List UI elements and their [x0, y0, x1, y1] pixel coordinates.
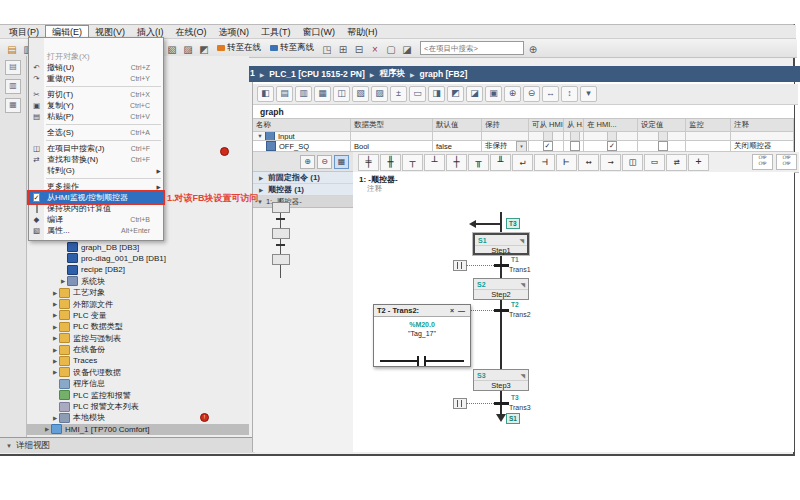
transition-t1[interactable] — [494, 264, 509, 267]
menu-checkbox[interactable] — [36, 204, 38, 213]
editor-toolbar-icon[interactable]: ⊕ — [504, 86, 521, 102]
toolbar-icon[interactable]: ◳ — [319, 42, 335, 58]
editor-toolbar-icon[interactable]: ◩ — [447, 86, 464, 102]
editor-toolbar-icon[interactable]: ↔ — [542, 86, 559, 102]
step-s1[interactable]: S1◥ Step1 — [473, 233, 529, 255]
transition-t2[interactable] — [494, 309, 509, 312]
graph-tool-icon[interactable]: ↔ — [578, 154, 599, 171]
tree-item-系统块[interactable]: ▶系统块 — [27, 276, 249, 287]
edit-menu-item-5[interactable]: ▣复制(Y)Ctrl+C — [29, 100, 163, 111]
sequence-chart-canvas[interactable]: 1: -顺控器- 注释 T3 S1◥ Step1 T1 Trans1 S2◥ S… — [353, 172, 794, 452]
checkbox[interactable] — [570, 141, 580, 151]
edit-menu-item-11[interactable]: ⇄查找和替换(N)Ctrl+F — [29, 154, 163, 165]
tree-expand-icon[interactable]: ▶ — [51, 358, 59, 364]
tree-item-程序信息[interactable]: 程序信息 — [27, 378, 249, 389]
edit-menu-item-1[interactable]: ↶撤销(U)Ctrl+Z — [29, 62, 163, 73]
menubar-item-8[interactable]: 帮助(H) — [341, 26, 384, 38]
ladder-network-icon[interactable] — [453, 260, 467, 271]
editor-toolbar-icon[interactable]: ◪ — [466, 86, 483, 102]
tree-item-设备代理数据[interactable]: ▶设备代理数据 — [27, 367, 249, 378]
zoom-in-icon[interactable]: ⊕ — [300, 155, 315, 169]
tree-expand-icon[interactable]: ▶ — [51, 301, 59, 307]
row-expand-icon[interactable]: ▼ — [256, 133, 264, 139]
toolbar-icon[interactable]: ◪ — [399, 42, 415, 58]
graph-tool-icon[interactable]: ▭ — [644, 154, 665, 171]
toolbar-icon[interactable]: × — [367, 42, 383, 58]
go-offline-button[interactable]: 转至离线 — [266, 41, 318, 55]
tree-item-pro-diag_001_DB--DB1-[interactable]: pro-diag_001_DB [DB1] — [27, 253, 249, 264]
graph-tool-icon[interactable]: ↵ — [512, 154, 533, 171]
graph-tool-icon[interactable]: ╨ — [490, 154, 511, 171]
menubar-item-3[interactable]: 插入(I) — [131, 26, 170, 38]
minimap-step[interactable] — [272, 228, 290, 239]
tree-item-recipe--DB2-[interactable]: recipe [DB2] — [27, 264, 249, 275]
edit-menu-item-8[interactable]: 全选(S)Ctrl+A — [29, 127, 163, 138]
transition-t3[interactable] — [494, 402, 509, 405]
contact-bar-right[interactable] — [424, 356, 426, 366]
edit-menu-item-4[interactable]: ✂剪切(T)Ctrl+X — [29, 89, 163, 100]
tree-expand-icon[interactable]: ▶ — [51, 369, 59, 375]
step-s3[interactable]: S3◥ Step3 — [473, 369, 529, 391]
tree-expand-icon[interactable]: ▶ — [51, 415, 59, 421]
menubar-item-6[interactable]: 工具(T) — [255, 26, 297, 38]
menubar-item-0[interactable]: 项目(P) — [3, 26, 45, 38]
rail-icon[interactable]: ▥ — [5, 79, 21, 94]
graph-tool-icon[interactable]: ╥ — [468, 154, 489, 171]
checkbox[interactable] — [658, 141, 668, 151]
editor-toolbar-icon[interactable]: ◫ — [333, 86, 350, 102]
graph-tool-icon[interactable]: ╪ — [358, 154, 379, 171]
ladder-network-icon[interactable] — [453, 398, 467, 409]
tree-item-外部源文件[interactable]: ▶外部源文件 — [27, 298, 249, 309]
checkbox[interactable]: ✓ — [607, 141, 617, 151]
editor-toolbar-icon[interactable]: ▭ — [409, 86, 426, 102]
tree-expand-icon[interactable]: ▶ — [51, 312, 59, 318]
edit-menu-item-15[interactable]: ✓从HMI监视/控制顺控器 — [29, 192, 163, 203]
graph-tool-icon[interactable]: ┴ — [424, 154, 445, 171]
edit-menu-item-14[interactable]: 更多操作▶ — [29, 181, 163, 192]
breadcrumb-segment-3[interactable]: graph [FB2] — [420, 69, 468, 79]
tree-item-本地模块[interactable]: ▶本地模块! — [27, 412, 249, 423]
graph-tool-icon[interactable]: → — [600, 154, 621, 171]
graph-tool-icon[interactable]: ◫ — [622, 154, 643, 171]
tree-expand-icon[interactable]: ▶ — [59, 278, 67, 284]
contact-bar-left[interactable] — [417, 356, 419, 366]
tree-item-工艺对象[interactable]: ▶工艺对象 — [27, 287, 249, 298]
graph-tool-icon[interactable]: ⊢ — [556, 154, 577, 171]
editor-toolbar-icon[interactable]: ± — [390, 86, 407, 102]
nav-view-icon[interactable]: ▦ — [334, 155, 349, 169]
popup-title-bar[interactable]: T2 - Trans2: × — — [374, 305, 470, 317]
edit-menu-item-10[interactable]: ◫在项目中搜索(J)Ctrl+F — [29, 143, 163, 154]
toolbar-icon[interactable]: ⊞ — [335, 42, 351, 58]
tree-item-graph_DB--DB3-[interactable]: graph_DB [DB3] — [27, 241, 249, 252]
sequence-nav-label[interactable]: ▼ 1: -顺控器- — [253, 196, 353, 208]
toolbar-icon[interactable]: ▢ — [383, 42, 399, 58]
menu-checkbox[interactable]: ✓ — [33, 193, 41, 202]
editor-toolbar-icon[interactable]: ▥ — [295, 86, 312, 102]
editor-toolbar-icon[interactable]: ▤ — [276, 86, 293, 102]
editor-toolbar-icon[interactable]: ▣ — [485, 86, 502, 102]
tree-item-Traces[interactable]: ▶Traces — [27, 355, 249, 366]
tree-item-在线备份[interactable]: ▶在线备份 — [27, 344, 249, 355]
compare-tool-button[interactable]: CMPCMP — [776, 154, 797, 170]
nav-item-0[interactable]: ▶前固定指令 (1) — [253, 172, 353, 184]
menubar-item-2[interactable]: 视图(V) — [89, 26, 131, 38]
edit-menu-item-6[interactable]: ▤粘贴(P)Ctrl+V — [29, 111, 163, 122]
menubar-item-7[interactable]: 窗口(W) — [297, 26, 342, 38]
checkbox[interactable]: ✓ — [543, 141, 553, 151]
compare-tool-button[interactable]: CMPCMP — [752, 154, 773, 170]
editor-toolbar-icon[interactable]: ◧ — [257, 86, 274, 102]
graph-tool-icon[interactable]: ┬ — [402, 154, 423, 171]
step-s2[interactable]: S2◥ Step2 — [473, 278, 529, 300]
graph-tool-icon[interactable]: + — [688, 154, 709, 171]
graph-tool-icon[interactable]: ⇄ — [666, 154, 687, 171]
tree-expand-icon[interactable]: ▶ — [51, 324, 59, 330]
toolbar-icon[interactable]: ⊟ — [351, 42, 367, 58]
interface-row-Input[interactable]: ▼Input — [253, 132, 794, 141]
edit-menu-item-17[interactable]: ◆编译Ctrl+B — [29, 214, 163, 225]
graph-tool-icon[interactable]: ⊣ — [534, 154, 555, 171]
jump-target-label[interactable]: S1 — [506, 413, 520, 424]
editor-toolbar-icon[interactable]: ↕ — [561, 86, 578, 102]
interface-row-OFF_SQ[interactable]: OFF_SQBoolfalse非保持▾✓✓关闭顺控器 — [253, 141, 794, 152]
menubar-item-5[interactable]: 选项(N) — [213, 26, 256, 38]
tree-item-PLC-监控和报警[interactable]: PLC 监控和报警 — [27, 389, 249, 400]
